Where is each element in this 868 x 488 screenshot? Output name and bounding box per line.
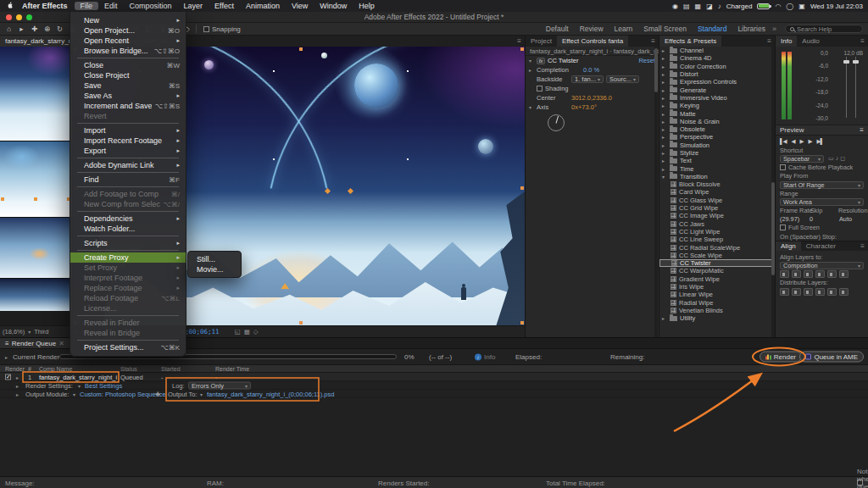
effect-item-cc-glass-wipe[interactable]: CC Glass Wipe: [659, 197, 775, 204]
effect-item-cc-jaws[interactable]: CC Jaws: [659, 220, 775, 228]
search-icon[interactable]: ◯: [786, 3, 793, 10]
workspace-overflow-icon[interactable]: »: [772, 25, 776, 33]
home-icon[interactable]: ⌂: [3, 25, 14, 33]
effect-item-cc-scale-wipe[interactable]: CC Scale Wipe: [659, 252, 775, 259]
effect-item-card-wipe[interactable]: Card Wipe: [659, 188, 775, 196]
file-menu-item-watch-folder[interactable]: Watch Folder...: [70, 224, 186, 234]
axis-rotation-dial[interactable]: [548, 114, 565, 131]
effect-item-cc-light-wipe[interactable]: CC Light Wipe: [659, 228, 775, 236]
snapping-checkbox[interactable]: [203, 26, 209, 32]
apple-menu-icon[interactable]: [5, 2, 15, 11]
queue-in-ame-button[interactable]: Queue in AME: [799, 352, 864, 363]
layer-select-dropdown[interactable]: 1. fan...▾: [571, 75, 604, 83]
file-menu-item-import-recent-footage[interactable]: Import Recent Footage▸: [70, 136, 186, 146]
effects-category-expression-controls[interactable]: ▸Expression Controls: [659, 78, 775, 86]
panel-menu-icon[interactable]: ≡: [860, 126, 864, 134]
first-frame-button[interactable]: ▌◀: [780, 138, 787, 145]
align-button-2[interactable]: [804, 270, 813, 278]
resolution-dropdown[interactable]: Auto: [839, 215, 864, 223]
file-menu-item-close-project[interactable]: Close Project: [70, 70, 186, 80]
file-menu-item-new[interactable]: New▸: [70, 15, 186, 25]
twirl-icon[interactable]: ▸: [16, 391, 21, 396]
workspace-tab-default[interactable]: Default: [546, 25, 569, 33]
column-header-status[interactable]: Status: [120, 366, 137, 372]
effects-category-simulation[interactable]: ▸Simulation: [659, 141, 775, 149]
menubar-menu-help[interactable]: Help: [353, 2, 381, 10]
effects-category-matte[interactable]: ▸Matte: [659, 109, 775, 117]
align-button-5[interactable]: [839, 270, 849, 278]
full-screen-checkbox[interactable]: [780, 225, 786, 230]
file-menu-item-save-as[interactable]: Save As▸: [70, 91, 186, 101]
zoom-tool[interactable]: ⊕: [42, 25, 53, 33]
volume-icon[interactable]: ♪: [718, 3, 721, 10]
menubar-menu-animation[interactable]: Animation: [240, 2, 286, 10]
render-info-button[interactable]: i Info: [475, 353, 495, 361]
property-row-backside[interactable]: Backside 1. fan...▾ Sourc...▾: [526, 75, 659, 84]
effects-category-keying[interactable]: ▸Keying: [659, 102, 775, 109]
footage-thumbnail[interactable]: [0, 279, 72, 311]
effects-category-cinema-4d[interactable]: ▸Cinema 4D: [659, 54, 775, 62]
render-queue-tab[interactable]: ≡ Render Queue ✕: [0, 338, 70, 348]
align-panel-tab[interactable]: Align: [776, 241, 801, 251]
effect-item-block-dissolve[interactable]: Block Dissolve: [659, 180, 775, 188]
file-menu-item-import[interactable]: Import▸: [70, 125, 186, 136]
selection-handle[interactable]: [299, 47, 303, 51]
footage-panel-tab[interactable]: fantasy_dark_starry_ni: [0, 36, 72, 47]
effects-category-utility[interactable]: ▸Utility: [659, 314, 775, 322]
property-row-shading[interactable]: Shading: [526, 84, 659, 93]
menubar-menu-window[interactable]: Window: [314, 2, 353, 10]
frame-rate-dropdown[interactable]: (29.97): [780, 215, 804, 223]
selection-handle[interactable]: [520, 186, 524, 190]
effect-item-cc-image-wipe[interactable]: CC Image Wipe: [659, 212, 775, 219]
audio-panel-tab[interactable]: Audio: [797, 36, 824, 47]
align-button-4[interactable]: [827, 270, 837, 278]
skip-value[interactable]: 0: [810, 215, 834, 223]
column-header-render[interactable]: Render: [5, 366, 25, 372]
cache-before-playback-checkbox[interactable]: [780, 164, 786, 170]
snapping-control[interactable]: Snapping: [203, 25, 241, 33]
last-frame-button[interactable]: ▶▌: [817, 138, 824, 145]
wifi-icon[interactable]: ◠: [775, 3, 781, 10]
overlays-toggle-icon[interactable]: ◻: [840, 155, 845, 162]
effect-controls-tab[interactable]: Effect Controls fanta: [557, 36, 628, 47]
chevron-down-icon[interactable]: ▾: [78, 382, 81, 388]
effect-item-cc-warpomatic[interactable]: CC WarpoMatic: [659, 267, 775, 274]
panel-menu-icon[interactable]: ≡: [857, 36, 868, 47]
render-item-checkbox[interactable]: [5, 374, 11, 380]
shading-checkbox[interactable]: [537, 86, 542, 92]
help-search-input[interactable]: Search Help: [785, 25, 863, 33]
effects-category-text[interactable]: ▸Text: [659, 157, 775, 164]
align-to-dropdown[interactable]: Composition▾: [780, 262, 864, 269]
distribute-button-3[interactable]: [815, 288, 825, 296]
panel-menu-icon[interactable]: ≡: [764, 36, 775, 47]
render-item-comp-name[interactable]: fantasy_dark_starry_night_i: [39, 373, 117, 380]
scrollbar[interactable]: [771, 47, 775, 337]
hand-tool[interactable]: ✚: [29, 25, 40, 33]
file-menu-item-scripts[interactable]: Scripts▸: [70, 238, 186, 248]
render-settings-value[interactable]: Best Settings: [85, 381, 122, 389]
menubar-menu-composition[interactable]: Composition: [124, 2, 178, 10]
project-panel-tab[interactable]: Project: [526, 36, 557, 47]
effects-category-immersive-video[interactable]: ▸Immersive Video: [659, 94, 775, 102]
region-of-interest-icon[interactable]: ◱: [235, 328, 241, 336]
effects-category-obsolete[interactable]: ▸Obsolete: [659, 125, 775, 133]
twirl-icon[interactable]: ▸: [529, 67, 534, 73]
panel-menu-icon[interactable]: ≡: [514, 36, 525, 47]
effect-name[interactable]: CC Twister: [548, 57, 579, 64]
workspace-tab-learn[interactable]: Learn: [615, 25, 633, 33]
menubar-clock[interactable]: Wed 19 Jul 22:03: [810, 3, 863, 10]
effect-header-row[interactable]: ▾ fx CC Twister Reset: [526, 56, 659, 65]
menubar-menu-effect[interactable]: Effect: [209, 2, 240, 10]
effects-category-perspective[interactable]: ▸Perspective: [659, 133, 775, 141]
scrollbar[interactable]: [654, 47, 658, 337]
close-tab-icon[interactable]: ✕: [58, 340, 64, 347]
effects-category-channel[interactable]: ▸Channel: [659, 47, 775, 54]
battery-icon[interactable]: [757, 3, 770, 9]
effects-category-distort[interactable]: ▸Distort: [659, 70, 775, 78]
chevron-down-icon[interactable]: ▾: [73, 391, 75, 396]
file-menu-item-adobe-dynamic-link[interactable]: Adobe Dynamic Link▸: [70, 160, 186, 170]
effect-item-cc-radial-scalewipe[interactable]: CC Radial ScaleWipe: [659, 243, 775, 251]
effects-category-noise-grain[interactable]: ▸Noise & Grain: [659, 118, 775, 125]
selection-handle[interactable]: [299, 321, 303, 324]
chevron-down-icon[interactable]: ▾: [200, 391, 203, 396]
